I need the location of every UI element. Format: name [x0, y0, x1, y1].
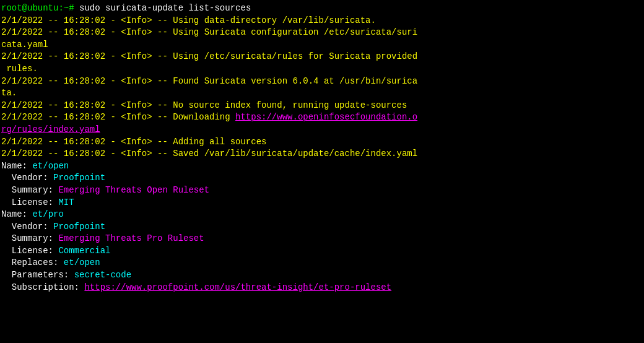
terminal-text: 2/1/2022 -- 16:28:02 - <Info> -- Using d…: [1, 15, 376, 25]
terminal-text: 2/1/2022 -- 16:28:02 - <Info> -- Using /…: [1, 51, 417, 61]
terminal-text: sudo suricata-update list-sources: [79, 3, 251, 13]
terminal-line-line8: 2/1/2022 -- 16:28:02 - <Info> -- Saved /…: [0, 148, 644, 160]
terminal-line-line19: Subscription: https://www.proofpoint.com…: [0, 282, 644, 294]
terminal-line-prompt: root@ubuntu:~# sudo suricata-update list…: [0, 2, 644, 15]
terminal-line-line17: Replaces: et/open: [0, 257, 644, 269]
terminal-text: 2/1/2022 -- 16:28:02 - <Info> -- Found S…: [1, 76, 417, 86]
terminal-text: Commercial: [58, 246, 110, 256]
terminal-text: ta.: [1, 88, 17, 98]
terminal-text: et/open: [64, 258, 100, 267]
terminal-line-line15: Summary: Emerging Threats Pro Ruleset: [0, 233, 644, 245]
terminal-text: 2/1/2022 -- 16:28:02 - <Info> -- Downloa…: [1, 112, 235, 122]
terminal-line-line5: 2/1/2022 -- 16:28:02 - <Info> -- No sour…: [0, 100, 644, 112]
terminal-line-line16: License: Commercial: [0, 245, 644, 258]
terminal-line-line14: Vendor: Proofpoint: [0, 221, 644, 233]
terminal-line-line4b: ta.: [0, 87, 644, 100]
terminal-text: Emerging Threats Open Ruleset: [58, 185, 209, 195]
terminal-text: secret-code: [74, 270, 131, 280]
terminal-text: rules.: [1, 64, 38, 74]
terminal-text: Proofpoint: [53, 222, 105, 232]
terminal-text: https://www.openinfosecfoundation.o: [235, 112, 417, 122]
terminal-line-line2: 2/1/2022 -- 16:28:02 - <Info> -- Using S…: [0, 27, 644, 39]
terminal-window: root@ubuntu:~# sudo suricata-update list…: [0, 0, 644, 343]
terminal-line-line2b: cata.yaml: [0, 39, 644, 51]
terminal-text: Replaces:: [1, 258, 64, 267]
terminal-text: Name:: [1, 161, 32, 171]
terminal-line-line3: 2/1/2022 -- 16:28:02 - <Info> -- Using /…: [0, 51, 644, 63]
terminal-text: Vendor:: [1, 173, 53, 183]
terminal-line-line3b: rules.: [0, 63, 644, 76]
terminal-line-line6b: rg/rules/index.yaml: [0, 124, 644, 136]
terminal-text: 2/1/2022 -- 16:28:02 - <Info> -- Saved /…: [1, 149, 417, 158]
terminal-text: et/pro: [32, 209, 63, 219]
terminal-text: et/open: [32, 161, 69, 171]
terminal-text: MIT: [58, 198, 74, 207]
terminal-line-line18: Parameters: secret-code: [0, 269, 644, 282]
terminal-line-line11: Summary: Emerging Threats Open Ruleset: [0, 185, 644, 197]
terminal-line-line1: 2/1/2022 -- 16:28:02 - <Info> -- Using d…: [0, 15, 644, 27]
terminal-text: 2/1/2022 -- 16:28:02 - <Info> -- Using S…: [1, 27, 417, 37]
terminal-line-line10: Vendor: Proofpoint: [0, 172, 644, 185]
terminal-text: root@ubuntu:~#: [1, 3, 79, 13]
terminal-text: Summary:: [1, 233, 58, 243]
terminal-text: Emerging Threats Pro Ruleset: [58, 233, 204, 243]
terminal-text: 2/1/2022 -- 16:28:02 - <Info> -- Adding …: [1, 137, 266, 147]
terminal-line-line9: Name: et/open: [0, 160, 644, 173]
terminal-text: Summary:: [1, 185, 58, 195]
terminal-text: Vendor:: [1, 222, 53, 232]
terminal-text: cata.yaml: [1, 40, 48, 50]
terminal-text: https://www.proofpoint.com/us/threat-ins…: [84, 282, 391, 292]
terminal-text: Parameters:: [1, 270, 74, 280]
terminal-text: License:: [1, 246, 58, 256]
terminal-line-line13: Name: et/pro: [0, 209, 644, 221]
terminal-text: Subscription:: [1, 282, 84, 292]
terminal-text: License:: [1, 198, 58, 207]
terminal-line-line7: 2/1/2022 -- 16:28:02 - <Info> -- Adding …: [0, 136, 644, 149]
terminal-line-line6: 2/1/2022 -- 16:28:02 - <Info> -- Downloa…: [0, 111, 644, 124]
terminal-text: rg/rules/index.yaml: [1, 124, 100, 134]
terminal-line-line4: 2/1/2022 -- 16:28:02 - <Info> -- Found S…: [0, 76, 644, 88]
terminal-text: Name:: [1, 209, 32, 219]
terminal-text: Proofpoint: [53, 173, 105, 183]
terminal-line-line12: License: MIT: [0, 197, 644, 209]
terminal-text: 2/1/2022 -- 16:28:02 - <Info> -- No sour…: [1, 100, 407, 110]
